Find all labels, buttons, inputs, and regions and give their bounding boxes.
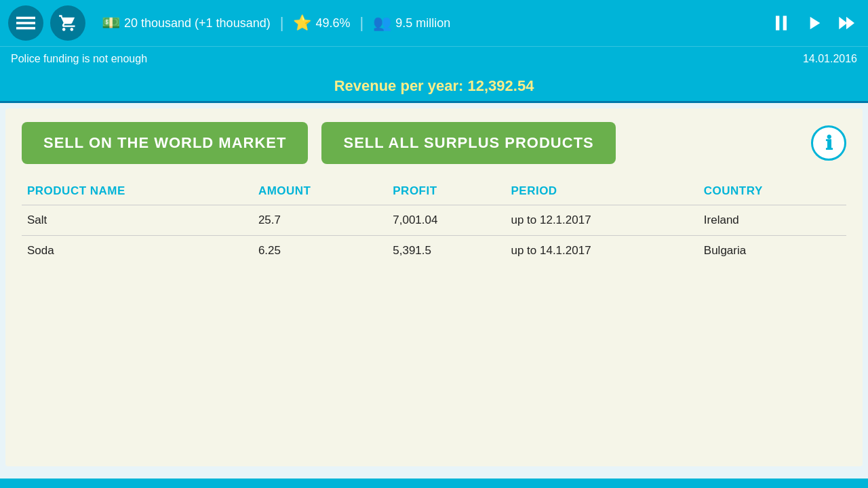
table-header: PRODUCT NAME AMOUNT PROFIT PERIOD COUNTR… [22, 180, 846, 205]
products-table: PRODUCT NAME AMOUNT PROFIT PERIOD COUNTR… [22, 180, 846, 266]
svg-marker-5 [810, 17, 821, 30]
table-row[interactable]: Salt25.77,001.04up to 12.1.2017Ireland [22, 205, 846, 236]
col-amount: AMOUNT [253, 180, 387, 205]
cell-country: Bulgaria [698, 236, 846, 266]
cell-amount: 25.7 [253, 205, 387, 236]
money-icon: 💵 [102, 14, 120, 32]
bottom-bar [0, 479, 868, 488]
rating-value: 49.6% [315, 16, 350, 30]
news-ticker: Police funding is not enough [11, 53, 147, 65]
svg-marker-7 [846, 17, 854, 30]
menu-button[interactable] [8, 5, 43, 41]
pause-button[interactable] [768, 9, 795, 37]
svg-rect-0 [16, 17, 35, 20]
sell-surplus-button[interactable]: SELL ALL SURPLUS PRODUCTS [321, 122, 615, 164]
population-stat: 👥 9.5 million [363, 14, 460, 32]
sub-bar: Police funding is not enough 14.01.2016 [0, 46, 868, 70]
cart-button[interactable] [50, 5, 85, 41]
col-profit: PROFIT [387, 180, 505, 205]
game-date: 14.01.2016 [803, 53, 857, 65]
sell-world-market-button[interactable]: SELL ON THE WORLD MARKET [22, 122, 308, 164]
population-icon: 👥 [373, 14, 391, 32]
cell-amount: 6.25 [253, 236, 387, 266]
table-row[interactable]: Soda6.255,391.5up to 14.1.2017Bulgaria [22, 236, 846, 266]
svg-rect-2 [16, 27, 35, 30]
top-bar: 💵 20 thousand (+1 thousand) | ⭐ 49.6% | … [0, 0, 868, 46]
table-body: Salt25.77,001.04up to 12.1.2017IrelandSo… [22, 205, 846, 266]
cell-profit: 5,391.5 [387, 236, 505, 266]
cell-period: up to 12.1.2017 [505, 205, 698, 236]
fast-forward-button[interactable] [833, 9, 860, 37]
revenue-bar: Revenue per year: 12,392.54 [0, 70, 868, 103]
play-button[interactable] [800, 9, 827, 37]
cell-product: Salt [22, 205, 253, 236]
col-country: COUNTRY [698, 180, 846, 205]
svg-rect-1 [16, 22, 35, 24]
cell-product: Soda [22, 236, 253, 266]
rating-icon: ⭐ [293, 14, 311, 32]
svg-rect-3 [776, 16, 779, 30]
cell-period: up to 14.1.2017 [505, 236, 698, 266]
money-stat: 💵 20 thousand (+1 thousand) [92, 14, 280, 32]
info-button[interactable]: ℹ [811, 125, 846, 161]
cell-country: Ireland [698, 205, 846, 236]
col-product-name: PRODUCT NAME [22, 180, 253, 205]
svg-rect-4 [783, 16, 787, 30]
cell-profit: 7,001.04 [387, 205, 505, 236]
rating-stat: ⭐ 49.6% [283, 14, 359, 32]
col-period: PERIOD [505, 180, 698, 205]
main-content: SELL ON THE WORLD MARKET SELL ALL SURPLU… [5, 108, 863, 466]
population-value: 9.5 million [395, 16, 450, 30]
action-buttons-row: SELL ON THE WORLD MARKET SELL ALL SURPLU… [22, 122, 846, 164]
topbar-stats: 💵 20 thousand (+1 thousand) | ⭐ 49.6% | … [92, 14, 761, 32]
svg-marker-6 [839, 17, 847, 30]
playback-controls [768, 9, 860, 37]
revenue-label: Revenue per year: 12,392.54 [334, 77, 534, 95]
money-value: 20 thousand (+1 thousand) [124, 16, 271, 30]
